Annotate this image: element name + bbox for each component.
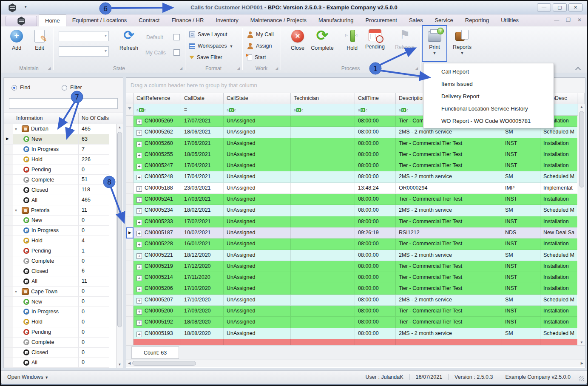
tree-group-durban[interactable]: ▾Durban465 xyxy=(4,124,123,134)
expand-row-icon[interactable]: + xyxy=(136,130,142,136)
mdi-minimize-button[interactable]: — xyxy=(554,17,559,23)
expander-icon[interactable]: ▾ xyxy=(15,289,20,294)
expand-row-icon[interactable]: + xyxy=(136,164,142,169)
tree-item-pretoria-pending[interactable]: Pending1 xyxy=(4,246,123,256)
filter-cell-calltime[interactable]: aBc xyxy=(355,104,396,115)
column-header-calltime[interactable]: CallTime xyxy=(355,93,396,104)
tree-header-information[interactable]: Information xyxy=(13,113,79,124)
grid-row-cn0005255[interactable]: +CN000525518/05/2021UnAssigned08:00:00Ti… xyxy=(126,149,578,160)
open-windows-button[interactable]: Open Windows ▼ xyxy=(7,374,48,380)
grid-row-cn0005192[interactable]: +CN000519218/08/2020UnAssigned08:00:00Ti… xyxy=(126,317,578,328)
print-button[interactable]: Print ▼ xyxy=(423,28,446,63)
grid-row-cn0005193[interactable]: +CN000519318/08/2020UnAssigned08:00:002M… xyxy=(126,328,578,339)
expand-row-icon[interactable]: + xyxy=(136,153,142,158)
grid-row-cn0005233[interactable]: +CN000523317/02/2021UnAssigned08:00:00Ti… xyxy=(126,216,578,227)
tree-item-pretoria-hold[interactable]: Hold4 xyxy=(4,236,123,246)
grid-row-cn0005234[interactable]: +CN000523418/02/2021UnAssigned08:00:002M… xyxy=(126,205,578,216)
save-filter-button[interactable]: Save Filter xyxy=(189,53,222,62)
grid-row-cn0005206[interactable]: +CN000520617/10/2020UnAssigned08:00:00Ti… xyxy=(126,283,578,294)
tree-item-durban-all[interactable]: All465 xyxy=(4,195,123,205)
tree-item-durban-in-progress[interactable]: In Progress7 xyxy=(4,145,123,155)
menu-item-delivery-report[interactable]: Delivery Report xyxy=(423,91,554,103)
filter-cell-calldate[interactable]: = xyxy=(181,104,224,115)
tree-item-durban-hold[interactable]: Hold226 xyxy=(4,155,123,165)
default-checkbox[interactable] xyxy=(173,34,180,40)
grid-row-cn0005262[interactable]: +CN000526218/06/2021UnAssigned08:00:002M… xyxy=(126,127,578,138)
grid-row-cn0005207[interactable]: +CN000520717/10/2020UnAssigned08:00:002M… xyxy=(126,295,578,306)
menu-item-call-report[interactable]: Call Report xyxy=(423,66,554,78)
tree-item-pretoria-all[interactable]: All11 xyxy=(4,276,123,287)
tree-item-pretoria-new[interactable]: New0 xyxy=(4,216,123,226)
state-combo-2[interactable] xyxy=(59,46,109,57)
expand-row-icon[interactable]: + xyxy=(136,320,142,326)
grid-row-cn0005187[interactable]: ▶+CN000518710/02/2021UnAssigned09:26:19R… xyxy=(126,227,578,238)
save-layout-button[interactable]: Save Layout xyxy=(189,30,227,39)
grid-row-cn0005214[interactable]: +CN000521417/11/2020UnAssigned08:00:00Ti… xyxy=(126,272,578,283)
tree-group-cape-town[interactable]: ▾Cape Town0 xyxy=(4,287,123,297)
tree-scrollbar[interactable]: ▲ ▼ xyxy=(116,124,123,368)
tab-sales[interactable]: Sales xyxy=(403,14,429,26)
scroll-down-icon[interactable]: ▼ xyxy=(116,363,123,366)
grid-horizontal-scrollbar[interactable]: ◀ ▶ xyxy=(126,360,585,367)
expand-row-icon[interactable]: + xyxy=(136,142,142,147)
grid-row-cn0005247[interactable]: +CN000524717/04/2021UnAssigned08:00:00Ti… xyxy=(126,160,578,171)
collapse-ribbon-icon[interactable] xyxy=(576,66,580,70)
my-calls-checkbox[interactable] xyxy=(173,49,180,56)
format-dialog-launcher-icon[interactable]: ◢ xyxy=(237,66,240,70)
expand-row-icon[interactable]: + xyxy=(136,264,142,270)
expand-row-icon[interactable]: + xyxy=(136,175,142,180)
tab-maintenance-projects[interactable]: Maintenance / Projects xyxy=(244,14,312,26)
grid-vertical-scrollbar[interactable]: ▲ ▼ xyxy=(578,104,585,345)
tree-item-cape-town-new[interactable]: New0 xyxy=(4,297,123,307)
filter-radio[interactable]: Filter xyxy=(62,85,82,91)
expand-row-icon[interactable]: + xyxy=(136,332,142,337)
scroll-left-icon[interactable]: ◀ xyxy=(128,361,131,365)
scroll-up-icon[interactable]: ▲ xyxy=(578,105,585,109)
start-button[interactable]: Start xyxy=(247,53,266,62)
expand-row-icon[interactable]: + xyxy=(136,275,142,281)
tree-item-cape-town-hold[interactable]: Hold0 xyxy=(4,317,123,327)
tree-group-pretoria[interactable]: ▾Pretoria11 xyxy=(4,205,123,216)
search-input[interactable] xyxy=(9,98,118,109)
tab-reporting[interactable]: Reporting xyxy=(459,14,495,26)
grid-row-cn0005241[interactable]: +CN000524117/03/2021UnAssigned08:00:00Ti… xyxy=(126,194,578,205)
tab-procurement[interactable]: Procurement xyxy=(359,14,403,26)
maintain-dialog-launcher-icon[interactable]: ◢ xyxy=(48,66,51,70)
expand-row-icon[interactable]: + xyxy=(136,119,142,125)
grid-row-cn0005260[interactable]: +CN000526017/06/2021UnAssigned08:00:00Ti… xyxy=(126,138,578,149)
tree-item-durban-pending[interactable]: Pending0 xyxy=(4,165,123,175)
tree-item-durban-new[interactable]: ▶New63 xyxy=(4,134,123,145)
grid-row-cn0005228[interactable]: +CN000522816/01/2021UnAssigned08:00:00Ti… xyxy=(126,238,578,250)
tree-item-cape-town-complete[interactable]: Complete0 xyxy=(4,338,123,348)
expand-row-icon[interactable]: + xyxy=(136,309,142,315)
assign-button[interactable]: Assign xyxy=(247,41,272,51)
close-button[interactable]: Close xyxy=(285,28,310,63)
menu-item-wo-report-wo-code-wo0005781[interactable]: WO Report - WO Code WO0005781 xyxy=(423,115,554,128)
complete-button[interactable]: Complete xyxy=(310,28,335,63)
close-button[interactable]: ✕ xyxy=(568,3,582,11)
tree-header-no-of-calls[interactable]: No Of Calls xyxy=(79,113,116,124)
tab-home[interactable]: Home xyxy=(39,14,66,26)
tab-finance-hr[interactable]: Finance / HR xyxy=(165,14,210,26)
tree-item-cape-town-pending[interactable]: Pending0 xyxy=(4,327,123,338)
find-radio[interactable]: Find xyxy=(11,85,30,91)
release-button[interactable]: Release xyxy=(392,28,417,63)
tree-item-durban-closed[interactable]: Closed118 xyxy=(4,185,123,195)
column-header-calldate[interactable]: CallDate xyxy=(181,93,224,104)
tree-item-cape-town-in-progress[interactable]: In Progress0 xyxy=(4,307,123,317)
column-header-technician[interactable]: Technician xyxy=(291,93,355,104)
edit-button[interactable]: Edit xyxy=(28,28,51,63)
column-header-callstate[interactable]: CallState xyxy=(224,93,291,104)
expander-icon[interactable]: ▾ xyxy=(15,208,20,213)
expand-row-icon[interactable]: + xyxy=(136,186,142,192)
grid-row-cn0005200[interactable]: +CN000520017/09/2020UnAssigned08:00:00Ti… xyxy=(126,306,578,317)
minimize-button[interactable]: — xyxy=(537,3,551,11)
pending-button[interactable]: Pending xyxy=(363,28,387,63)
tab-contract[interactable]: Contract xyxy=(133,14,165,26)
reports-button[interactable]: Reports ▼ xyxy=(451,28,473,63)
expand-row-icon[interactable]: + xyxy=(136,287,142,292)
tree-item-pretoria-complete[interactable]: Complete0 xyxy=(4,256,123,267)
grid-row-cn0005221[interactable]: +CN000522118/12/2020UnAssigned08:00:002M… xyxy=(126,250,578,261)
expand-row-icon[interactable]: + xyxy=(136,208,142,214)
grid-row-cn0005219[interactable]: +CN000521917/12/2020UnAssigned08:00:00Ti… xyxy=(126,261,578,272)
